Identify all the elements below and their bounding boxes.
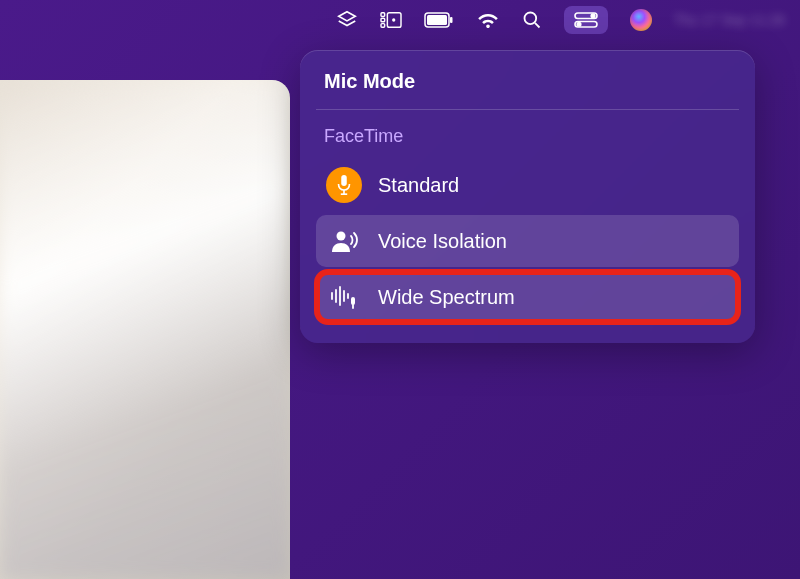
- svg-rect-1: [381, 18, 385, 22]
- stage-manager-icon[interactable]: [380, 10, 402, 30]
- section-label: FaceTime: [316, 126, 739, 159]
- wide-spectrum-icon: [326, 279, 362, 315]
- svg-point-11: [591, 14, 595, 18]
- wifi-icon[interactable]: [476, 11, 500, 29]
- divider: [316, 109, 739, 110]
- background-window: [0, 80, 290, 579]
- svg-point-8: [524, 13, 536, 25]
- svg-line-9: [535, 23, 540, 28]
- battery-icon[interactable]: [424, 12, 454, 28]
- svg-rect-23: [351, 297, 355, 305]
- svg-point-13: [577, 22, 581, 26]
- stack-icon[interactable]: [336, 9, 358, 31]
- popover-title: Mic Mode: [316, 70, 739, 109]
- mic-icon: [326, 167, 362, 203]
- mode-label: Standard: [378, 174, 459, 197]
- svg-rect-2: [381, 24, 385, 28]
- voice-isolation-icon: [326, 223, 362, 259]
- svg-point-17: [337, 232, 346, 241]
- svg-point-4: [393, 19, 395, 21]
- svg-rect-7: [450, 17, 453, 23]
- search-icon[interactable]: [522, 10, 542, 30]
- siri-icon[interactable]: [630, 9, 652, 31]
- menubar-datetime[interactable]: Thu 17 Sep 11:26: [674, 12, 785, 28]
- mode-label: Voice Isolation: [378, 230, 507, 253]
- menubar: Thu 17 Sep 11:26: [0, 0, 800, 40]
- mic-mode-popover: Mic Mode FaceTime Standard Voice Isolati…: [300, 50, 755, 343]
- svg-rect-14: [341, 175, 347, 186]
- svg-rect-0: [381, 13, 385, 17]
- mode-standard[interactable]: Standard: [316, 159, 739, 211]
- mode-label: Wide Spectrum: [378, 286, 515, 309]
- mode-voice-isolation[interactable]: Voice Isolation: [316, 215, 739, 267]
- mode-wide-spectrum[interactable]: Wide Spectrum: [316, 271, 739, 323]
- control-center-icon[interactable]: [564, 6, 608, 34]
- svg-rect-6: [427, 15, 447, 25]
